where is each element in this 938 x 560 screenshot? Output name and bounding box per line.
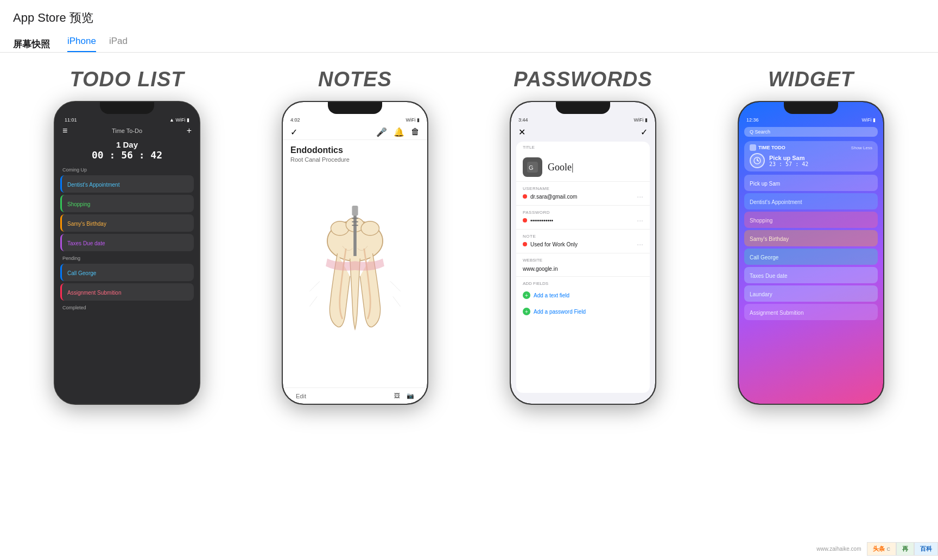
svg-line-12 — [393, 296, 401, 307]
todo-status-icons: ▲ WiFi ▮ — [169, 117, 189, 123]
todo-menu-icon[interactable]: ≡ — [62, 126, 67, 136]
todo-days: 1 Day — [62, 140, 192, 149]
screenshot-notes: NOTES 4:02 WiFi ▮ ✓ 🎤 🔔 🗑 — [241, 68, 469, 405]
notes-screen: 4:02 WiFi ▮ ✓ 🎤 🔔 🗑 Endodontics Root — [283, 102, 427, 404]
pass-title-label: TITLE — [516, 142, 650, 151]
notes-trash-icon[interactable]: 🗑 — [411, 127, 420, 137]
widget-task-name: Pick up Sam — [769, 155, 808, 161]
pass-add-text-icon: + — [523, 291, 530, 299]
pass-website-value: www.google.in — [516, 264, 650, 277]
widget-item-shopping: Shopping — [744, 212, 878, 228]
widget-item-laundary: Laundary — [744, 285, 878, 302]
todo-screen: 11:01 ▲ WiFi ▮ ≡ Time To-Do + 1 Day 00 :… — [55, 102, 199, 404]
pass-note-drag: ··· — [637, 240, 643, 249]
pass-password-delete[interactable] — [523, 218, 527, 222]
notes-bottom-bar: Edit 🖼 📷 — [283, 387, 427, 404]
notes-camera-icon[interactable]: 📷 — [407, 392, 414, 399]
pass-website-label: WEBSITE — [516, 253, 650, 264]
notes-drawing-area — [283, 165, 427, 387]
notes-mic-icon[interactable]: 🎤 — [376, 127, 387, 137]
watermark-zai: 再 — [896, 542, 914, 556]
widget-screen: 12:36 WiFi ▮ Q Search TIME TODO Show Les… — [739, 102, 883, 404]
screenshots-grid: TODO LIST 11:01 ▲ WiFi ▮ ≡ Time To-Do + … — [0, 53, 938, 420]
svg-line-17 — [757, 161, 759, 161]
todo-item-assignment: Assignment Submition — [60, 283, 194, 301]
pass-add-password-field[interactable]: + Add a password Field — [516, 303, 650, 320]
widget-clock-icon — [750, 153, 765, 168]
widget-item-birthday: Samy's Birthday — [744, 230, 878, 246]
todo-item-shopping: Shopping — [60, 195, 194, 212]
todo-coming-up-label: Coming Up — [55, 164, 199, 174]
widget-main-card: TIME TODO Show Less — [744, 141, 878, 171]
widget-timer-row: Pick up Sam 23 : 57 : 42 — [750, 153, 872, 168]
notes-status-icons: WiFi ▮ — [406, 117, 420, 123]
svg-text:G: G — [529, 164, 534, 171]
svg-point-3 — [361, 221, 379, 236]
tab-bar: 屏幕快照 iPhone iPad — [0, 30, 938, 53]
todo-pending-label: Pending — [55, 252, 199, 263]
app-store-header: App Store 预览 — [0, 0, 938, 30]
notes-content-area: Endodontics Root Canal Procedure — [283, 140, 427, 165]
tab-ipad[interactable]: iPad — [109, 36, 128, 52]
pass-check-icon[interactable]: ✓ — [641, 127, 648, 137]
svg-line-9 — [309, 281, 320, 291]
svg-rect-5 — [352, 206, 358, 216]
todo-title: TODO LIST — [70, 68, 185, 91]
notes-note-title: Endodontics — [290, 145, 420, 155]
widget-item-dentist: Dentist's Appointment — [744, 193, 878, 209]
phone-todo: 11:01 ▲ WiFi ▮ ≡ Time To-Do + 1 Day 00 :… — [54, 101, 200, 405]
pass-add-text-field[interactable]: + Add a text field — [516, 287, 650, 303]
widget-search-bar[interactable]: Q Search — [744, 127, 878, 137]
todo-item-taxes: Taxes Due date — [60, 234, 194, 251]
pass-password-drag: ··· — [637, 216, 643, 225]
screenshot-todo: TODO LIST 11:01 ▲ WiFi ▮ ≡ Time To-Do + … — [13, 68, 241, 405]
watermark-toutiao: 头条 C — [867, 542, 897, 556]
todo-add-icon[interactable]: + — [187, 126, 192, 136]
pass-note-label: Note — [523, 234, 643, 239]
widget-app-name-label: TIME TODO — [758, 145, 785, 150]
notes-check-icon[interactable]: ✓ — [290, 127, 297, 137]
widget-item-taxes: Taxes Due date — [744, 267, 878, 283]
widget-main-task: Pick up Sam 23 : 57 : 42 — [769, 155, 808, 167]
pass-password-value: •••••••••••• — [530, 218, 553, 224]
pass-status-icons: WiFi ▮ — [634, 117, 648, 123]
svg-line-11 — [309, 296, 317, 307]
notes-bell-icon[interactable]: 🔔 — [394, 127, 404, 137]
pass-add-text-label: Add a text field — [534, 292, 569, 298]
widget-show-less-button[interactable]: Show Less — [851, 145, 872, 150]
widget-item-pickup: Pick up Sam — [744, 175, 878, 191]
watermark-site: www.zaihaike.com — [811, 544, 866, 554]
pass-note-field: Note Used for Work Only ··· — [516, 230, 650, 253]
todo-time: 11:01 — [65, 117, 77, 123]
notes-toolbar: ✓ 🎤 🔔 🗑 — [283, 125, 427, 140]
pass-form: TITLE G Goole| Username — [516, 142, 650, 393]
pass-username-delete[interactable] — [523, 194, 527, 199]
svg-line-10 — [390, 281, 401, 291]
widget-app-icon — [750, 144, 756, 151]
widget-item-assignment: Assignment Submition — [744, 304, 878, 320]
pass-time: 3:44 — [518, 117, 528, 123]
pass-add-pass-icon: + — [523, 308, 530, 315]
watermark-baike: 百科 — [914, 542, 938, 556]
todo-timer: 1 Day 00 : 56 : 42 — [55, 138, 199, 164]
pass-logo-row: G Goole| — [516, 151, 650, 182]
pass-close-icon[interactable]: ✕ — [518, 127, 525, 137]
pass-username-label: Username — [523, 186, 643, 191]
phone-widget: 12:36 WiFi ▮ Q Search TIME TODO Show Les… — [738, 101, 884, 405]
pass-note-delete[interactable] — [523, 242, 527, 246]
widget-item-george: Call George — [744, 249, 878, 265]
phone-notch-widget — [784, 102, 838, 114]
passwords-title: PASSWORDS — [514, 68, 652, 91]
phone-notch-passwords — [556, 102, 610, 114]
notes-title: NOTES — [318, 68, 392, 91]
passwords-screen: 3:44 WiFi ▮ ✕ ✓ TITLE G — [511, 102, 655, 404]
widget-time: 12:36 — [746, 117, 759, 123]
tab-iphone[interactable]: iPhone — [67, 36, 96, 52]
notes-edit-button[interactable]: Edit — [296, 393, 306, 399]
todo-topbar: ≡ Time To-Do + — [55, 125, 199, 138]
notes-image-icon[interactable]: 🖼 — [394, 392, 400, 399]
watermark-bar: www.zaihaike.com 头条 C 再 百科 — [811, 542, 938, 556]
widget-title: WIDGET — [768, 68, 854, 91]
notes-note-subtitle: Root Canal Procedure — [290, 156, 420, 163]
pass-add-fields-label: ADD FIELDS — [516, 277, 650, 287]
